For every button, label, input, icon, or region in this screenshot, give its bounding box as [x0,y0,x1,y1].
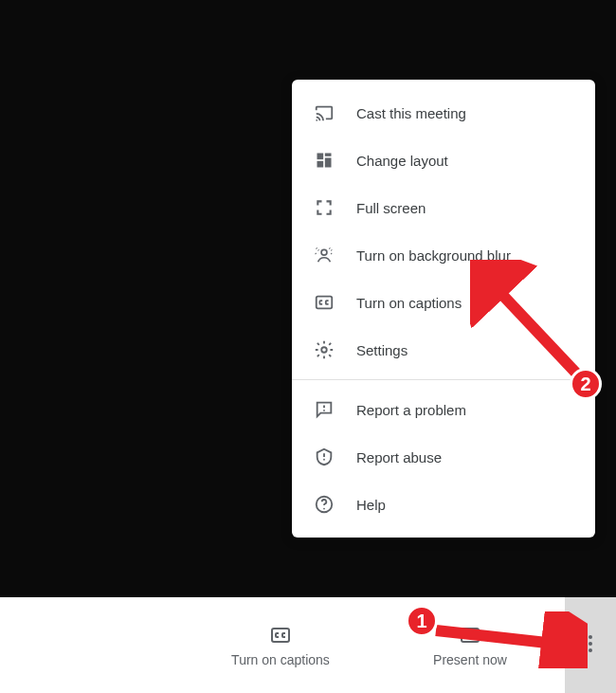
menu-label: Full screen [356,200,426,216]
gear-icon [313,338,335,361]
menu-item-cast[interactable]: Cast this meeting [292,89,595,137]
menu-item-captions[interactable]: Turn on captions [292,279,595,326]
svg-rect-1 [317,154,324,160]
captions-label: Turn on captions [231,652,330,667]
menu-item-report-abuse[interactable]: Report abuse [292,433,595,481]
svg-point-11 [323,508,325,510]
captions-button[interactable]: Turn on captions [186,624,375,667]
bottom-bar-actions: Turn on captions Present now [0,597,565,693]
more-options-menu: Cast this meeting Change layout Full scr… [292,80,595,538]
menu-label: Turn on background blur [356,247,511,264]
svg-point-5 [321,249,327,255]
menu-item-help[interactable]: Help [292,481,595,528]
blur-icon [313,244,335,266]
menu-divider [292,379,595,380]
report-abuse-icon [313,446,335,468]
svg-point-7 [321,347,327,353]
svg-point-9 [323,459,325,461]
menu-item-settings[interactable]: Settings [292,326,595,374]
captions-icon [313,291,335,314]
menu-label: Cast this meeting [356,105,466,121]
menu-item-fullscreen[interactable]: Full screen [292,184,595,231]
svg-rect-6 [317,297,333,309]
more-options-button[interactable] [565,597,616,693]
svg-point-15 [589,642,592,646]
bottom-bar: Turn on captions Present now [0,597,616,693]
svg-point-16 [589,648,592,652]
svg-rect-3 [325,158,332,168]
menu-item-report-problem[interactable]: Report a problem [292,386,595,433]
present-label: Present now [433,652,507,667]
menu-label: Change layout [356,153,448,169]
menu-label: Help [356,497,386,513]
more-vert-icon [579,632,602,659]
svg-rect-12 [272,629,289,642]
menu-item-blur[interactable]: Turn on background blur [292,231,595,279]
menu-label: Settings [356,342,408,358]
svg-rect-4 [317,161,324,168]
menu-item-layout[interactable]: Change layout [292,137,595,184]
svg-point-14 [589,635,592,639]
help-icon [313,493,335,516]
cast-icon [313,101,335,124]
fullscreen-icon [313,196,335,219]
menu-label: Report a problem [356,402,466,418]
captions-icon [269,624,292,647]
menu-label: Report abuse [356,449,442,465]
layout-icon [313,149,335,172]
svg-point-0 [316,119,317,121]
present-icon [459,624,481,647]
report-problem-icon [313,398,335,421]
present-button[interactable]: Present now [375,624,565,667]
menu-label: Turn on captions [356,295,462,311]
svg-rect-2 [325,154,332,156]
svg-point-8 [323,410,325,411]
